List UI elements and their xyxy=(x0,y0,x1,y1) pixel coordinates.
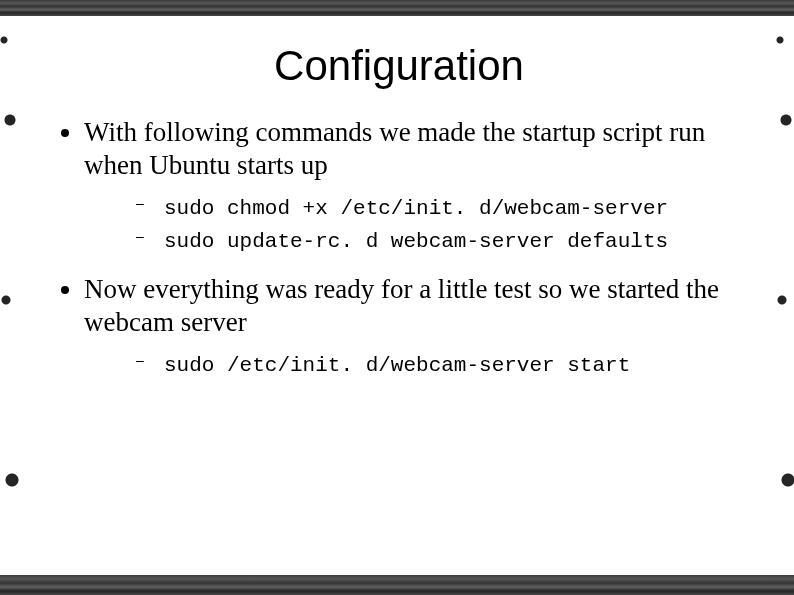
code-list: sudo /etc/init. d/webcam-server start xyxy=(110,349,754,383)
slide: Configuration With following commands we… xyxy=(0,0,794,595)
bullet-item: With following commands we made the star… xyxy=(84,116,754,259)
decorative-border-top xyxy=(0,0,794,16)
slide-title: Configuration xyxy=(44,42,754,90)
code-line: sudo chmod +x /etc/init. d/webcam-server xyxy=(136,192,754,226)
code-list: sudo chmod +x /etc/init. d/webcam-server… xyxy=(110,192,754,259)
code-line: sudo /etc/init. d/webcam-server start xyxy=(136,349,754,383)
bullet-text: With following commands we made the star… xyxy=(84,117,705,180)
slide-content: Configuration With following commands we… xyxy=(36,26,762,567)
bullet-item: Now everything was ready for a little te… xyxy=(84,273,754,382)
decorative-border-left xyxy=(0,0,20,595)
bullet-text: Now everything was ready for a little te… xyxy=(84,274,719,337)
code-line: sudo update-rc. d webcam-server defaults xyxy=(136,225,754,259)
decorative-border-right xyxy=(776,0,794,595)
bullet-list: With following commands we made the star… xyxy=(62,116,754,383)
decorative-border-bottom xyxy=(0,575,794,595)
